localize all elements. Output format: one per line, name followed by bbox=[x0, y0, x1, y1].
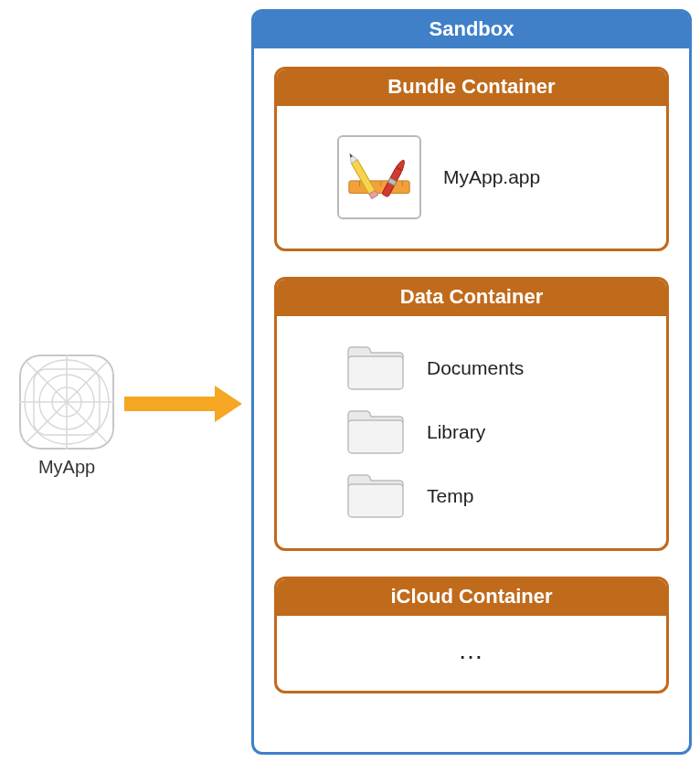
svg-rect-24 bbox=[348, 484, 403, 517]
sandbox-panel: Sandbox Bundle Container bbox=[251, 9, 692, 755]
folder-label: Temp bbox=[427, 485, 473, 507]
folder-row: Temp bbox=[301, 464, 642, 528]
folder-label: Library bbox=[427, 421, 485, 443]
data-container: Data Container Documents bbox=[274, 277, 669, 551]
bundle-container: Bundle Container bbox=[274, 67, 669, 251]
sandbox-title: Sandbox bbox=[254, 12, 689, 48]
app-icon-placeholder bbox=[19, 355, 114, 450]
sandbox-body: Bundle Container bbox=[254, 48, 689, 701]
arrow-icon bbox=[124, 386, 243, 422]
icloud-ellipsis: … bbox=[277, 616, 666, 691]
folder-icon bbox=[346, 473, 405, 519]
svg-rect-22 bbox=[348, 356, 403, 389]
svg-rect-23 bbox=[348, 420, 403, 453]
icloud-container-title: iCloud Container bbox=[277, 579, 666, 616]
diagram-root: MyApp Sandbox Bundle Container bbox=[0, 0, 700, 762]
folder-label: Documents bbox=[427, 357, 524, 379]
folder-row: Library bbox=[301, 400, 642, 464]
bundle-container-title: Bundle Container bbox=[277, 69, 666, 106]
app-label: MyApp bbox=[16, 457, 117, 478]
icloud-container: iCloud Container … bbox=[274, 577, 669, 693]
app-group: MyApp bbox=[16, 355, 117, 478]
bundle-item-label: MyApp.app bbox=[443, 166, 540, 188]
svg-rect-10 bbox=[349, 181, 409, 194]
folder-icon bbox=[346, 345, 405, 391]
folder-row: Documents bbox=[301, 336, 642, 400]
data-container-title: Data Container bbox=[277, 280, 666, 316]
folder-icon bbox=[346, 409, 405, 455]
app-bundle-icon bbox=[337, 135, 421, 219]
bundle-row: MyApp.app bbox=[301, 126, 642, 228]
